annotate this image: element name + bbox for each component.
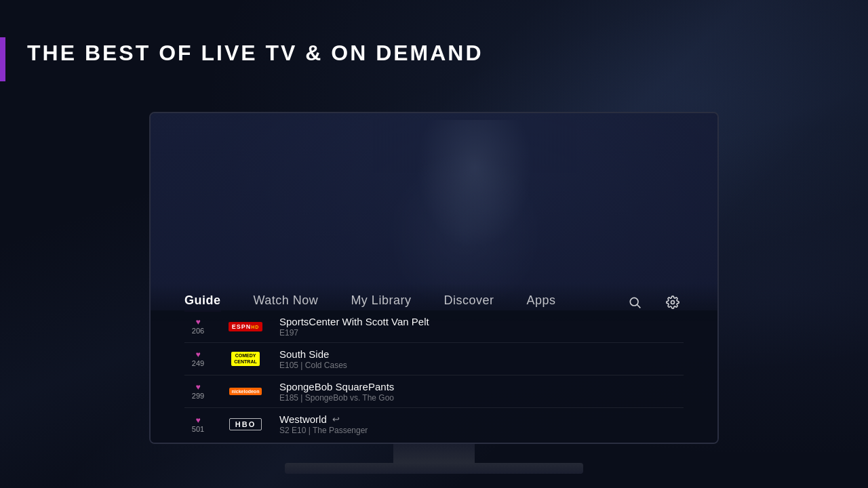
svg-line-1 bbox=[637, 304, 641, 308]
channel-logo-espn: ESPNHD bbox=[225, 322, 266, 331]
channel-number-group: ♥ 299 bbox=[184, 383, 212, 400]
channel-number: 206 bbox=[192, 327, 204, 335]
search-icon bbox=[628, 296, 642, 309]
nav-items: Guide Watch Now My Library Discover Apps bbox=[184, 293, 624, 310]
hero-figure bbox=[373, 120, 576, 310]
table-row[interactable]: ♥ 299 nickelodeon SpongeBob SquarePants … bbox=[184, 375, 684, 408]
tv-screen: Guide Watch Now My Library Discover Apps bbox=[149, 112, 719, 444]
espn-logo: ESPNHD bbox=[229, 322, 263, 331]
channel-number: 299 bbox=[192, 392, 204, 400]
nav-item-watch-now[interactable]: Watch Now bbox=[254, 293, 319, 310]
nav-item-guide[interactable]: Guide bbox=[184, 293, 221, 310]
channel-number: 249 bbox=[192, 359, 204, 367]
nav-item-apps[interactable]: Apps bbox=[526, 293, 555, 310]
nickelodeon-logo: nickelodeon bbox=[229, 388, 262, 395]
nav-item-my-library[interactable]: My Library bbox=[351, 293, 411, 310]
accent-bar bbox=[0, 37, 5, 81]
table-row[interactable]: ♥ 249 COMEDYCENTRAL South Side E105 | Co… bbox=[184, 343, 684, 375]
channel-title: Westworld ↩ bbox=[279, 413, 684, 425]
search-button[interactable] bbox=[624, 291, 646, 313]
channel-info: SpongeBob SquarePants E185 | SpongeBob v… bbox=[279, 381, 684, 403]
channel-list: ♥ 206 ESPNHD SportsCenter With Scott Van… bbox=[151, 310, 717, 443]
favorite-icon: ♥ bbox=[195, 318, 200, 326]
favorite-icon: ♥ bbox=[195, 383, 200, 391]
nav-item-discover[interactable]: Discover bbox=[443, 293, 494, 310]
channel-title: SportsCenter With Scott Van Pelt bbox=[279, 316, 684, 327]
stand-base bbox=[285, 463, 583, 474]
stand-neck bbox=[393, 444, 475, 463]
channel-episode: E105 | Cold Cases bbox=[279, 361, 684, 370]
channel-episode: E185 | SpongeBob vs. The Goo bbox=[279, 393, 684, 403]
channel-title: South Side bbox=[279, 348, 684, 360]
settings-button[interactable] bbox=[662, 291, 684, 313]
channel-info: South Side E105 | Cold Cases bbox=[279, 348, 684, 370]
tv-container: Guide Watch Now My Library Discover Apps bbox=[149, 112, 719, 474]
channel-number-group: ♥ 501 bbox=[184, 416, 212, 433]
page-title: THE BEST OF LIVE TV & ON DEMAND bbox=[27, 41, 484, 66]
channel-info: SportsCenter With Scott Van Pelt E197 bbox=[279, 316, 684, 338]
comedy-central-logo: COMEDYCENTRAL bbox=[231, 352, 259, 366]
channel-info: Westworld ↩ S2 E10 | The Passenger bbox=[279, 413, 684, 435]
favorite-icon: ♥ bbox=[195, 416, 200, 424]
nav-icons bbox=[624, 291, 684, 313]
channel-episode: E197 bbox=[279, 328, 684, 338]
svg-point-2 bbox=[671, 300, 675, 304]
favorite-icon: ♥ bbox=[195, 350, 200, 359]
table-row[interactable]: ♥ 501 HBO Westworld ↩ S2 E10 | The Passe… bbox=[184, 408, 684, 441]
channel-number-group: ♥ 206 bbox=[184, 318, 212, 335]
channel-logo-nickelodeon: nickelodeon bbox=[225, 388, 266, 395]
settings-icon bbox=[666, 296, 679, 309]
channel-title: SpongeBob SquarePants bbox=[279, 381, 684, 392]
hbo-logo: HBO bbox=[229, 418, 262, 430]
replay-icon: ↩ bbox=[332, 414, 340, 424]
channel-number-group: ♥ 249 bbox=[184, 350, 212, 367]
channel-number: 501 bbox=[192, 425, 204, 433]
svg-point-0 bbox=[630, 298, 638, 306]
tv-stand bbox=[149, 444, 719, 474]
channel-logo-comedy: COMEDYCENTRAL bbox=[225, 352, 266, 366]
table-row[interactable]: ♥ 206 ESPNHD SportsCenter With Scott Van… bbox=[184, 310, 684, 343]
channel-episode: S2 E10 | The Passenger bbox=[279, 426, 684, 435]
channel-logo-hbo: HBO bbox=[225, 418, 266, 430]
